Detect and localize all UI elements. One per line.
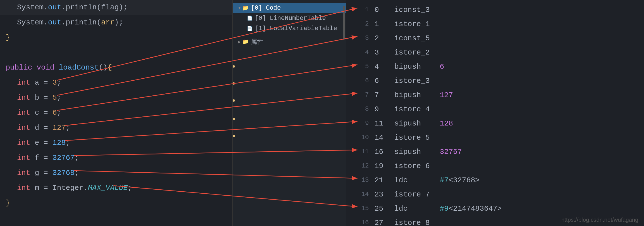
file-icon: 📄 [247,15,252,21]
tree-item-attributes[interactable]: ▶ 📁 属性 [233,36,346,47]
code-text: int m = Integer.MAX_VALUE; [17,181,132,196]
code-text: int d = 127; [17,120,70,135]
bc-linenum: 5 [355,60,369,74]
tree-item-label: [1] LocalVariableTable [255,25,337,32]
code-line-println-arr: System.out.println(arr); [0,15,232,30]
bc-linenum: 6 [355,74,369,88]
bc-linenum: 10 [355,131,369,145]
bytecode-row-3: 3 2 iconst_5 [346,31,644,45]
bytecode-row-1: 1 0 iconst_3 [346,3,644,17]
code-text: int c = 6; [17,105,61,120]
bc-offset: 1 [374,17,389,31]
code-editor-panel: System.out.println(flag); System.out.pri… [0,0,233,226]
bc-instr: sipush [394,145,440,159]
bc-offset: 7 [374,88,389,102]
bc-instr: iconst_5 [394,31,440,45]
bc-instr: iconst_3 [394,3,440,17]
bytecode-row-14: 14 23 istore 7 [346,187,644,202]
tree-panel: ▼ 📁 [0] Code 📄 [0] LineNumberTable 📄 [1]… [233,0,346,226]
bytecode-row-2: 2 1 istore_1 [346,17,644,31]
code-line-int-m: int m = Integer.MAX_VALUE; [0,181,232,196]
file-icon-2: 📄 [247,26,252,31]
code-line-println-flag: System.out.println(flag); [0,0,232,15]
code-text: int g = 32768; [17,166,79,181]
bc-instr: istore 4 [394,102,440,116]
bc-linenum: 7 [355,88,369,102]
bytecode-row-7: 7 7 bipush 127 [346,88,644,102]
code-line-int-a: int a = 3; [0,75,232,90]
bc-instr: bipush [394,88,440,102]
folder-icon-2: 📁 [242,39,249,45]
bc-instr: sipush [394,116,440,131]
bc-offset: 16 [374,145,389,159]
bc-instr: istore_1 [394,17,440,31]
bc-offset: 2 [374,31,389,45]
watermark: https://blog.csdn.net/wufagang [561,217,638,223]
bc-offset: 14 [374,131,389,145]
bc-arg-cyan: #9 [440,202,449,216]
bytecode-row-4: 4 3 istore_2 [346,45,644,60]
bc-offset: 4 [374,60,389,74]
yellow-marker-3 [233,99,235,102]
bc-instr: istore 7 [394,187,440,202]
code-line-int-f: int f = 32767; [0,150,232,166]
bc-offset: 6 [374,74,389,88]
tree-item-line-number-table[interactable]: 📄 [0] LineNumberTable [233,13,346,23]
tree-content: ▼ 📁 [0] Code 📄 [0] LineNumberTable 📄 [1]… [233,0,346,50]
bc-offset: 19 [374,159,389,173]
expand-icon: ▼ [238,6,241,10]
bc-offset: 23 [374,187,389,202]
code-text: int b = 5; [17,90,61,105]
bc-offset: 9 [374,102,389,116]
code-line-close-1: } [0,30,232,45]
bytecode-content: 1 0 iconst_3 2 1 istore_1 3 2 iconst_5 4… [346,0,644,226]
bytecode-row-5: 5 4 bipush 6 [346,60,644,74]
bc-linenum: 15 [355,202,369,216]
bc-linenum: 4 [355,45,369,60]
bc-linenum: 12 [355,159,369,173]
bc-linenum: 16 [355,216,369,226]
bc-instr: istore 5 [394,131,440,145]
code-text: public void loadConst(){ [6,60,112,75]
bc-arg: 127 [440,88,453,102]
bc-linenum: 9 [355,116,369,131]
tree-scrollbar[interactable] [343,6,345,40]
code-line-int-b: int b = 5; [0,90,232,105]
code-line-int-c: int c = 6; [0,105,232,120]
tree-item-code[interactable]: ▼ 📁 [0] Code [233,3,346,13]
tree-item-label-attrib: 属性 [251,37,263,46]
bc-linenum: 11 [355,145,369,159]
bytecode-row-10: 10 14 istore 5 [346,131,644,145]
code-line-close-2: } [0,196,232,211]
bc-offset: 21 [374,173,389,187]
bc-linenum: 2 [355,17,369,31]
bc-offset: 3 [374,45,389,60]
bc-instr: istore_3 [394,74,440,88]
bc-instr: ldc [394,173,440,187]
bytecode-row-13: 13 21 ldc #7 <32768> [346,173,644,187]
code-text: } [6,30,10,45]
code-content: System.out.println(flag); System.out.pri… [0,0,232,211]
bytecode-row-6: 6 6 istore_3 [346,74,644,88]
code-text: int e = 128; [17,135,70,150]
tree-item-label: [0] LineNumberTable [255,15,326,22]
bc-instr: istore_2 [394,45,440,60]
tree-item-local-variable-table[interactable]: 📄 [1] LocalVariableTable [233,23,346,34]
bc-ref: <2147483647> [449,202,502,216]
bc-arg-cyan: #7 [440,173,449,187]
code-line-int-g: int g = 32768; [0,166,232,181]
bc-arg: 6 [440,60,444,74]
tree-item-label: [0] Code [251,5,281,12]
bc-linenum: 3 [355,31,369,45]
yellow-marker-1 [233,65,235,68]
bc-offset: 11 [374,116,389,131]
bc-instr: istore 8 [394,216,440,226]
bc-arg: 32767 [440,145,462,159]
bc-instr: istore 6 [394,159,440,173]
code-text: int a = 3; [17,75,61,90]
code-line-int-d: int d = 127; [0,120,232,135]
bc-offset: 0 [374,3,389,17]
bytecode-row-11: 11 16 sipush 32767 [346,145,644,159]
bc-instr: bipush [394,60,440,74]
bc-linenum: 1 [355,3,369,17]
